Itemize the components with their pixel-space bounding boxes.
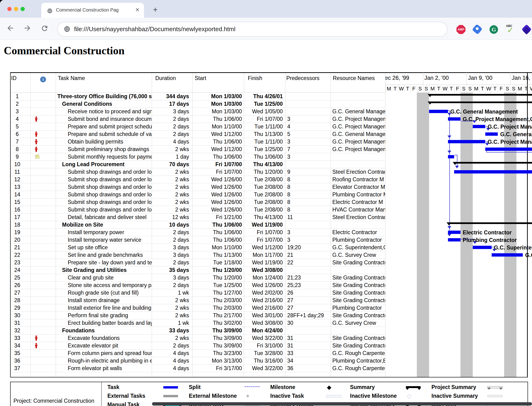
cell-id: 35 [10,349,31,357]
cell-finish: Thu 3/16/00 [244,357,285,364]
tab-close-icon[interactable]: ✕ [135,7,139,13]
cell-predecessors: 9 [285,168,331,176]
cell-finish: Thu 4/13/00 [244,213,285,221]
legend-label-project-summary: Project Summary [431,384,476,391]
dependency-arrow-icon [447,136,451,138]
close-window-button[interactable] [7,7,12,11]
cell-id: 13 [10,183,31,191]
cell-duration: 12 wks [152,213,193,221]
table-row: 13Submit shop drawings and order long2 w… [10,183,385,191]
cell-duration: 17 days [152,100,193,108]
cell-duration: 4 days [152,357,193,364]
cell-task-name: Set up site office [56,244,152,251]
cell-start: Wed 1/26/00 [193,183,244,191]
extension-layers-icon[interactable] [522,24,532,34]
cell-start: Thu 3/23/00 [193,349,244,357]
browser-toolbar: file:///Users/nayyershahbaz/Documents/ne… [0,18,532,40]
cell-id: 10 [10,160,31,168]
timescale-day-letter: T [492,85,498,93]
legend-label-external-task: External Tasks [108,393,145,399]
cell-duration: 3 days [152,244,193,251]
cell-duration: 1 wk [152,289,193,297]
cell-finish: Thu 4/13/00 [244,160,285,168]
gantt-chart: Dec 26, '99Jan 2, '00Jan 9, '00Jan 16, '… [385,72,532,377]
cell-start: Thu 2/03/00 [193,304,244,312]
zoom-window-button[interactable] [21,7,25,11]
new-tab-button[interactable]: + [153,6,158,13]
timescale-day-letter: S [504,85,510,93]
cell-id: 20 [10,236,31,244]
cell-resources: Electric Contractor [331,228,385,236]
horizontal-scrollbar-thumb[interactable] [152,402,532,406]
cell-task-name: Long Lead Procurement [56,160,152,168]
url-bar[interactable]: file:///Users/nayyershahbaz/Documents/ne… [57,22,447,37]
timescale-day-letter: T [392,85,398,93]
cell-predecessors: 8 [285,183,331,191]
page-title: Commercial Construction [4,44,124,57]
cell-predecessors: 8 [285,191,331,198]
table-left-border [10,72,11,377]
back-button[interactable] [6,24,15,33]
cell-info [31,312,56,319]
timescale-day-letter: S [467,85,473,93]
cell-finish: Wed 3/08/00 [244,319,285,327]
forward-button[interactable] [23,24,33,33]
cell-id: 30 [10,312,31,319]
cell-info [31,251,56,259]
cell-info [31,289,56,297]
table-row: 22Set line and grade benchmarks3 daysThu… [10,251,385,259]
cell-finish: Wed 3/08/00 [244,266,285,274]
extension-grammarly-icon[interactable]: G [489,25,498,34]
timescale-week-label: Jan 9, '00 [468,75,492,81]
dependency-arrow-icon [447,226,451,229]
cell-finish: Tue 1/11/00 [244,123,285,130]
cell-id: 37 [10,364,31,372]
cell-predecessors [285,266,331,274]
cell-predecessors: 22 [285,259,331,266]
extension-adblock-plus-icon[interactable]: ABP [456,25,466,34]
cell-resources [331,153,385,160]
cell-start: Thu 2/03/00 [193,297,244,304]
table-row: 14Submit shop drawings and order long2 w… [10,191,385,198]
cell-start: Mon 1/03/00 [193,93,244,100]
table-row: 30Perform final site grading2 wksThu 2/1… [10,312,385,319]
gantt-bar-label: G.C. Project Manag [488,139,532,145]
person-indicator-icon [31,342,56,349]
cell-task-name: Rough grade site (cut and fill) [56,289,152,297]
timescale-day-letter: F [498,85,504,93]
extension-spellcheck-icon[interactable]: ABC✓ [506,24,515,33]
extension-tag-icon[interactable] [472,24,482,35]
table-row: 23Prepare site - lay down yard and tem2 … [10,259,385,267]
timescale-day-letter: W [529,85,532,93]
table-row: 8Submit preliminary shop drawings2 wksWe… [10,145,385,153]
gantt-bar-task [473,125,485,128]
table-row: 28Install storm drainage2 wksThu 2/03/00… [10,297,385,304]
cell-task-name: Submit shop drawings and order long [56,176,152,183]
cell-info [31,213,56,221]
cell-finish: Tue 2/08/00 [244,206,285,213]
table-row: 19Install temporary power2 daysThu 1/06/… [10,228,385,236]
check-icon: ✓ [507,25,514,35]
cell-resources: G.C. Rough Carpenter C [331,364,385,372]
cell-resources: Site Grading Contracto [331,342,385,349]
table-row: 6Prepare and submit schedule of valu2 da… [10,130,385,138]
cell-start: Thu 1/06/00 [193,138,244,145]
timescale-day-letter: W [398,85,404,93]
cell-resources [331,266,385,274]
browser-tab[interactable]: Commercial Construction Pag ✕ [41,3,144,18]
cell-predecessors: 27 [285,304,331,312]
cell-start: Tue 1/25/00 [193,281,244,289]
cell-info [31,228,56,236]
gantt-bar-label: G.C. General Management [450,109,518,115]
gantt-bar-label: G.C. General [500,131,532,138]
cell-start: Thu 3/02/00 [193,319,244,327]
cell-id: 4 [10,115,31,123]
table-row: 24Site Grading and Utilities35 daysThu 1… [10,266,385,274]
cell-resources: Site Grading Contracto [331,281,385,289]
cell-resources: Plumbing Contractor [331,236,385,244]
legend-label-task: Task [108,384,119,391]
reload-button[interactable] [41,24,50,34]
minimize-window-button[interactable] [14,7,18,11]
cell-start: Mon 3/13/00 [193,357,244,364]
cell-duration: 344 days [152,93,193,100]
